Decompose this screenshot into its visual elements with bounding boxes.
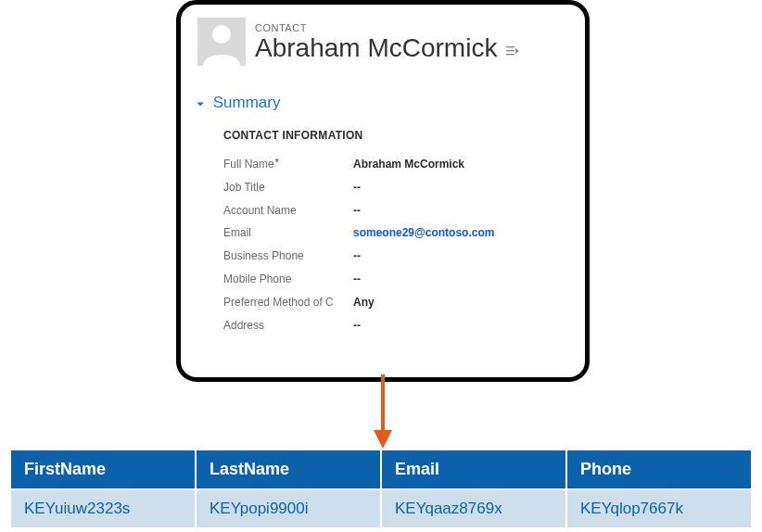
- svg-marker-6: [374, 430, 392, 449]
- entity-type-label: CONTACT: [255, 23, 568, 33]
- col-firstname: FirstName: [10, 450, 196, 489]
- field-label: Address: [223, 318, 353, 334]
- field-value: --: [353, 203, 361, 219]
- cell-firstname: KEYuiuw2323s: [10, 489, 196, 528]
- contact-title: Abraham McCormick: [255, 35, 497, 61]
- field-full-name[interactable]: Full Name* Abraham McCormick: [223, 153, 568, 176]
- section-summary[interactable]: Summary: [197, 94, 568, 112]
- section-summary-label: Summary: [213, 94, 281, 111]
- field-value: Abraham McCormick: [353, 157, 464, 172]
- field-email[interactable]: Email someone29@contoso.com: [223, 222, 568, 245]
- card-header: CONTACT Abraham McCormick: [197, 18, 568, 66]
- field-label: Account Name: [223, 203, 353, 219]
- field-label: Business Phone: [223, 248, 353, 264]
- field-label: Full Name*: [223, 157, 353, 172]
- contact-card: CONTACT Abraham McCormick Summary CONTAC…: [176, 0, 590, 382]
- svg-rect-4: [506, 54, 514, 55]
- field-address[interactable]: Address --: [223, 314, 568, 337]
- field-value: --: [353, 248, 361, 264]
- field-label: Job Title: [223, 180, 353, 196]
- svg-rect-2: [506, 46, 514, 47]
- svg-point-1: [212, 25, 231, 44]
- table-header-row: FirstName LastName Email Phone: [10, 450, 752, 489]
- field-value: --: [353, 180, 361, 196]
- contact-information-section: CONTACT INFORMATION Full Name* Abraham M…: [197, 129, 568, 336]
- field-preferred-method[interactable]: Preferred Method of C Any: [223, 291, 568, 314]
- cell-phone: KEYqlop7667k: [566, 489, 752, 528]
- field-value[interactable]: someone29@contoso.com: [353, 225, 494, 241]
- field-value: Any: [353, 295, 375, 310]
- avatar-placeholder-icon: [197, 18, 246, 66]
- col-email: Email: [381, 450, 566, 489]
- field-mobile-phone[interactable]: Mobile Phone --: [223, 268, 568, 291]
- field-business-phone[interactable]: Business Phone --: [223, 245, 568, 268]
- col-phone: Phone: [566, 450, 752, 489]
- cell-lastname: KEYpopi9900i: [196, 489, 381, 528]
- svg-rect-3: [506, 50, 514, 51]
- field-label: Email: [223, 225, 353, 241]
- field-label: Mobile Phone: [223, 272, 353, 287]
- required-indicator-icon: *: [275, 158, 279, 168]
- field-job-title[interactable]: Job Title --: [223, 176, 568, 199]
- field-value: --: [353, 272, 361, 287]
- field-label: Preferred Method of C: [223, 295, 353, 310]
- more-menu-icon[interactable]: [506, 37, 519, 59]
- flow-arrow-icon: [380, 374, 386, 449]
- header-text: CONTACT Abraham McCormick: [255, 23, 568, 61]
- database-table: FirstName LastName Email Phone KEYuiuw23…: [9, 449, 753, 529]
- col-lastname: LastName: [196, 450, 381, 489]
- table-row: KEYuiuw2323s KEYpopi9900i KEYqaaz8769x K…: [10, 489, 752, 528]
- subsection-title: CONTACT INFORMATION: [223, 129, 568, 142]
- field-account-name[interactable]: Account Name --: [223, 199, 568, 222]
- field-value: --: [353, 318, 361, 334]
- cell-email: KEYqaaz8769x: [381, 489, 566, 528]
